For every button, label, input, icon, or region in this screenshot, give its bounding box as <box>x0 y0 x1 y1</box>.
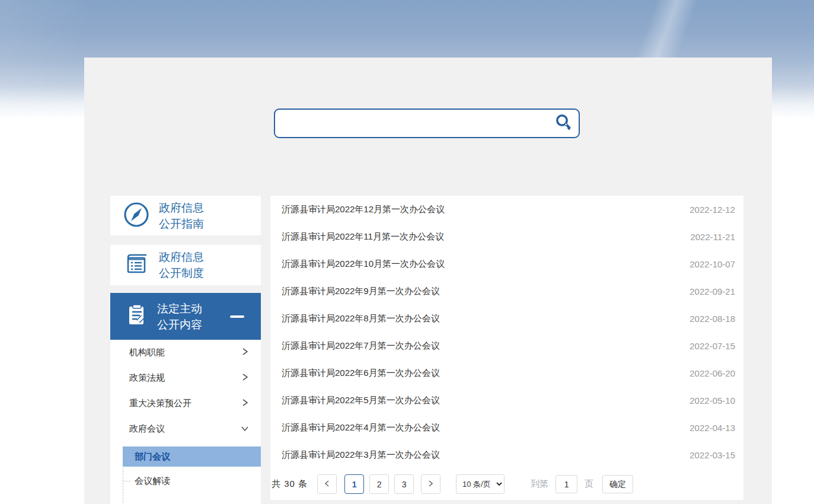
list-item: 沂源县审计局2022年4月第一次办公会议 2022-04-13 <box>270 414 743 441</box>
meeting-date: 2022-10-07 <box>689 259 735 269</box>
confirm-button[interactable]: 确定 <box>602 475 633 493</box>
list-item: 沂源县审计局2022年10月第一次办公会议 2022-10-07 <box>270 250 743 277</box>
sidebar-item-org-functions[interactable]: 机构职能 <box>110 340 261 365</box>
meeting-link[interactable]: 沂源县审计局2022年9月第一次办公会议 <box>282 286 440 297</box>
page-button-3[interactable]: 3 <box>394 474 414 494</box>
sidebar-item-disclosure-guide[interactable]: 政府信息 公开指南 <box>110 196 261 235</box>
meeting-link[interactable]: 沂源县审计局2022年10月第一次办公会议 <box>282 259 445 270</box>
meeting-link[interactable]: 沂源县审计局2022年6月第一次办公会议 <box>282 368 440 379</box>
meeting-link[interactable]: 沂源县审计局2022年11月第一次办公会议 <box>282 231 444 243</box>
goto-page: 到第 页 确定 <box>531 475 633 493</box>
list-item: 沂源县审计局2022年11月第一次办公会议 2022-11-21 <box>270 223 743 250</box>
sidebar-section-label: 法定主动 公开内容 <box>157 301 202 333</box>
clipboard-pen-icon <box>125 303 149 330</box>
search-button[interactable] <box>548 110 579 137</box>
sidebar-item-major-decisions[interactable]: 重大决策预公开 <box>110 391 261 416</box>
search-bar <box>274 109 580 138</box>
meeting-date: 2022-05-10 <box>689 395 735 406</box>
sidebar-item-meeting-interpretation[interactable]: 会议解读 <box>123 467 261 495</box>
search-box <box>274 109 580 138</box>
goto-page-input[interactable] <box>556 475 577 493</box>
pagination-total: 共 30 条 <box>272 479 308 490</box>
meeting-date: 2022-03-15 <box>689 450 735 460</box>
chevron-right-icon <box>241 373 249 383</box>
sidebar-subtree: 部门会议 会议解读 <box>123 442 261 495</box>
meeting-link[interactable]: 沂源县审计局2022年7月第一次办公会议 <box>282 340 440 352</box>
goto-suffix-label: 页 <box>585 479 593 490</box>
list-item: 沂源县审计局2022年12月第一次办公会议 2022-12-12 <box>270 196 743 223</box>
sidebar-item-gov-meetings[interactable]: 政府会议 <box>110 416 261 442</box>
page-size-select[interactable]: 10 条/页 <box>456 474 505 494</box>
page-button-1[interactable]: 1 <box>344 474 364 494</box>
meeting-date: 2022-06-20 <box>689 368 735 378</box>
pagination-bar: 共 30 条 1 2 3 10 条/页 到第 页 确定 <box>270 468 743 500</box>
collapse-minus-icon[interactable] <box>230 315 244 318</box>
meeting-date: 2022-09-21 <box>689 286 735 296</box>
goto-prefix-label: 到第 <box>531 479 548 490</box>
sidebar-item-policies[interactable]: 政策法规 <box>110 365 261 391</box>
prev-page-button[interactable] <box>317 474 337 494</box>
list-item: 沂源县审计局2022年7月第一次办公会议 2022-07-15 <box>270 332 743 359</box>
meeting-list: 沂源县审计局2022年12月第一次办公会议 2022-12-12 沂源县审计局2… <box>270 196 743 468</box>
list-item: 沂源县审计局2022年6月第一次办公会议 2022-06-20 <box>270 359 743 387</box>
next-page-button[interactable] <box>421 474 440 494</box>
sidebar-item-label: 政府信息 公开指南 <box>159 200 204 232</box>
sidebar-menu: 机构职能 政策法规 重大决策预公开 政府会议 <box>110 340 261 504</box>
compass-icon <box>123 201 150 231</box>
chevron-right-icon <box>427 480 434 489</box>
meeting-link[interactable]: 沂源县审计局2022年12月第一次办公会议 <box>282 204 445 215</box>
menu-label: 政策法规 <box>129 372 165 384</box>
chevron-left-icon <box>324 480 330 489</box>
meeting-link[interactable]: 沂源县审计局2022年4月第一次办公会议 <box>282 422 440 433</box>
list-item: 沂源县审计局2022年3月第一次办公会议 2022-03-15 <box>270 441 743 468</box>
menu-label: 重大决策预公开 <box>129 398 191 409</box>
list-item: 沂源县审计局2022年9月第一次办公会议 2022-09-21 <box>270 277 743 305</box>
content-area: 政府信息 公开指南 政府信息 公开制度 <box>84 58 772 504</box>
menu-label: 机构职能 <box>129 347 165 358</box>
page-button-2[interactable]: 2 <box>369 474 389 494</box>
search-input[interactable] <box>275 110 548 137</box>
meeting-link[interactable]: 沂源县审计局2022年5月第一次办公会议 <box>282 395 440 406</box>
meeting-date: 2022-04-13 <box>689 423 735 433</box>
sidebar-section-legal-disclosure[interactable]: 法定主动 公开内容 <box>110 293 261 340</box>
chevron-right-icon <box>241 347 249 358</box>
search-icon <box>553 113 573 135</box>
sidebar-item-department-meetings[interactable]: 部门会议 <box>123 446 261 467</box>
meeting-date: 2022-12-12 <box>689 205 735 215</box>
list-item: 沂源县审计局2022年5月第一次办公会议 2022-05-10 <box>270 387 743 414</box>
meeting-link[interactable]: 沂源县审计局2022年3月第一次办公会议 <box>282 449 440 461</box>
menu-label: 政府会议 <box>129 423 165 435</box>
chevron-down-icon <box>241 424 249 434</box>
meeting-date: 2022-07-15 <box>689 341 735 351</box>
sidebar-item-disclosure-system[interactable]: 政府信息 公开制度 <box>110 245 261 285</box>
meeting-link[interactable]: 沂源县审计局2022年8月第一次办公会议 <box>282 313 440 324</box>
ledger-icon <box>123 250 150 280</box>
meeting-list-panel: 沂源县审计局2022年12月第一次办公会议 2022-12-12 沂源县审计局2… <box>270 196 743 500</box>
sidebar-item-label: 政府信息 公开制度 <box>159 249 204 281</box>
meeting-date: 2022-11-21 <box>690 232 735 242</box>
sidebar: 政府信息 公开指南 政府信息 公开制度 <box>110 196 261 504</box>
chevron-right-icon <box>241 398 249 409</box>
list-item: 沂源县审计局2022年8月第一次办公会议 2022-08-18 <box>270 305 743 332</box>
meeting-date: 2022-08-18 <box>689 314 735 324</box>
